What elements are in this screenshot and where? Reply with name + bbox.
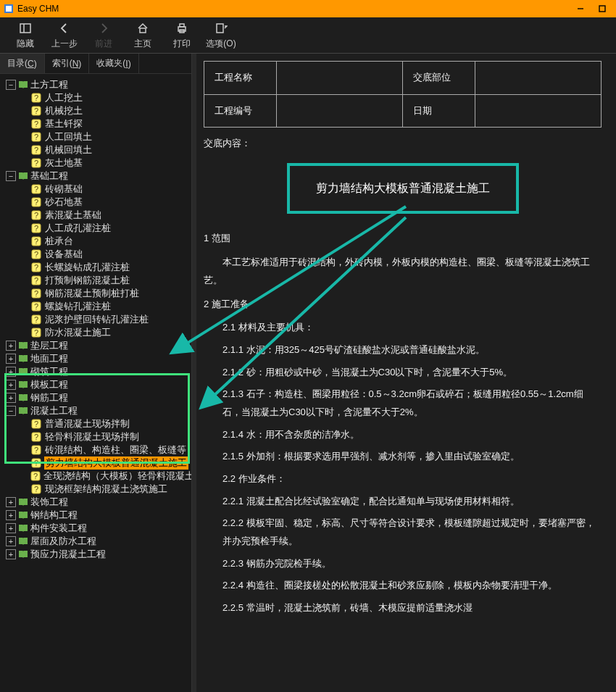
expand-toggle-icon[interactable]: + [6,393,16,403]
tree-item[interactable]: ?钢筋混凝土预制桩打桩 [3,287,188,300]
tree-group[interactable]: +垫层工程 [3,339,188,352]
tree-group[interactable]: +屋面及防水工程 [3,535,188,548]
tree-item[interactable]: ?长螺旋钻成孔灌注桩 [3,261,188,274]
book-icon [17,497,29,507]
forward-button[interactable]: 前进 [84,19,123,52]
tree-item-label: 泥浆护壁回转钻孔灌注桩 [45,313,149,326]
tree-item[interactable]: ?防水混凝土施工 [3,326,188,339]
tree-group-label: 垫层工程 [30,339,68,352]
help-page-icon: ? [30,471,41,481]
tree-item[interactable]: ?人工成孔灌注桩 [3,222,188,235]
tree-item[interactable]: ?人工挖土 [3,91,188,104]
navigation-sidebar: 目录(C) 索引(N) 收藏夹(I) −土方工程?人工挖土?机械挖土?基土钎探?… [0,54,192,692]
tree-group[interactable]: +装饰工程 [3,496,188,509]
expand-toggle-icon[interactable]: + [6,497,16,507]
expand-toggle-icon[interactable]: + [6,523,16,533]
tab-contents[interactable]: 目录(C) [0,54,45,73]
tree-group[interactable]: −混凝土工程 [3,404,188,417]
svg-text:?: ? [34,328,38,337]
tree-item[interactable]: ?全现浇结构（大模板）轻骨料混凝土 [3,470,188,483]
tree-item[interactable]: ?砖混结构、构造柱、圈梁、板缝等 [3,443,188,457]
back-button[interactable]: 上一步 [45,19,84,52]
app-icon [3,3,14,14]
tree-item[interactable]: ?机械回填土 [3,143,188,157]
help-page-icon: ? [30,275,42,285]
help-page-icon: ? [30,210,42,220]
maximize-button[interactable] [591,0,613,17]
tree-item[interactable]: ?砖砌基础 [3,183,188,196]
expand-toggle-icon[interactable]: + [6,380,16,390]
doc-item: 2.1.2 砂：用粗砂或中砂，当混凝土为C30以下时，含泥量不大于5%。 [204,364,602,382]
back-arrow-icon [58,20,71,36]
tree-group-label: 混凝土工程 [30,404,78,417]
print-icon [175,20,188,36]
hide-button[interactable]: 隐藏 [6,19,45,52]
tree-item[interactable]: ?现浇框架结构混凝土浇筑施工 [3,483,188,496]
tree-group[interactable]: −基础工程 [3,170,188,183]
tree-item[interactable]: ?机械挖土 [3,104,188,117]
tree-item[interactable]: ?灰土地基 [3,157,188,170]
svg-text:?: ? [34,263,38,272]
minimize-button[interactable] [570,0,591,17]
svg-text:?: ? [34,420,38,428]
expand-toggle-icon[interactable]: + [6,536,16,546]
tab-favorites[interactable]: 收藏夹(I) [89,54,138,73]
book-icon [17,380,29,390]
tree-item[interactable]: ?泥浆护壁回转钻孔灌注桩 [3,313,188,326]
tree-item[interactable]: ?设备基础 [3,248,188,261]
tree-item[interactable]: ?普通混凝土现场拌制 [3,417,188,430]
svg-text:?: ? [34,120,38,128]
expand-toggle-icon[interactable]: − [6,171,16,181]
cell-project-name-value [277,62,403,95]
tab-index[interactable]: 索引(N) [45,54,90,73]
cell-project-name-label: 工程名称 [204,62,277,95]
tree-item[interactable]: ?素混凝土基础 [3,209,188,222]
help-page-icon: ? [30,432,42,442]
tree-group[interactable]: −土方工程 [3,78,188,91]
tree-group[interactable]: +预应力混凝土工程 [3,548,188,561]
tree-item-label: 砂石地基 [45,196,83,209]
tree-item[interactable]: ?轻骨料混凝土现场拌制 [3,430,188,443]
document-title: 剪力墙结构大模板普通混凝土施工 [287,163,519,214]
content-pane[interactable]: 工程名称 交底部位 工程编号 日期 交底内容： 剪力墙结构大模板普通混凝土施工 … [196,54,616,692]
svg-text:?: ? [34,237,38,246]
expand-toggle-icon[interactable]: + [6,510,16,520]
tree-item[interactable]: ?螺旋钻孔灌注桩 [3,300,188,313]
svg-text:?: ? [34,302,38,311]
tree-item[interactable]: ?桩承台 [3,235,188,248]
book-icon [17,80,29,90]
tree-item[interactable]: ?剪力墙结构大模板普通混凝土施工 [3,457,188,470]
tree-group-label: 屋面及防水工程 [30,535,96,548]
home-button[interactable]: 主页 [123,19,162,52]
table-row: 工程名称 交底部位 [204,62,602,95]
tree-group-label: 预应力混凝土工程 [30,548,106,561]
doc-item: 2.1.3 石子：构造柱、圈梁用粒径：0.5～3.2cm卵石或碎石；板缝用粒径0… [204,385,602,421]
tree-group[interactable]: +构件安装工程 [3,522,188,535]
help-page-icon: ? [30,262,42,272]
svg-text:?: ? [34,159,38,167]
toolbar: 隐藏 上一步 前进 主页 打印 选项(O) [0,17,616,54]
contents-tree[interactable]: −土方工程?人工挖土?机械挖土?基土钎探?人工回填土?机械回填土?灰土地基−基础… [0,74,191,692]
tree-group[interactable]: +钢筋工程 [3,391,188,404]
tree-item[interactable]: ?基土钎探 [3,117,188,130]
svg-rect-10 [217,24,223,33]
expand-toggle-icon[interactable]: + [6,367,16,377]
expand-toggle-icon[interactable]: + [6,549,16,559]
expand-toggle-icon[interactable]: + [6,354,16,364]
tree-group[interactable]: +模板工程 [3,378,188,391]
svg-rect-6 [140,28,146,33]
tree-item[interactable]: ?打预制钢筋混凝土桩 [3,274,188,287]
tree-item[interactable]: ?砂石地基 [3,196,188,209]
print-button[interactable]: 打印 [162,19,201,52]
svg-text:?: ? [34,485,38,493]
doc-item: 2.2.4 构造往、圈梁接槎处的松散混凝土和砂浆应剔除，模板内杂物要清理干净。 [204,577,602,595]
help-page-icon: ? [30,236,42,246]
tree-item[interactable]: ?人工回填土 [3,130,188,143]
options-button[interactable]: 选项(O) [201,19,241,52]
expand-toggle-icon[interactable]: − [6,406,16,416]
expand-toggle-icon[interactable]: − [6,80,16,90]
expand-toggle-icon[interactable]: + [6,341,16,351]
tree-group[interactable]: +地面工程 [3,352,188,365]
tree-group[interactable]: +砌筑工程 [3,365,188,378]
tree-group[interactable]: +钢结构工程 [3,509,188,522]
